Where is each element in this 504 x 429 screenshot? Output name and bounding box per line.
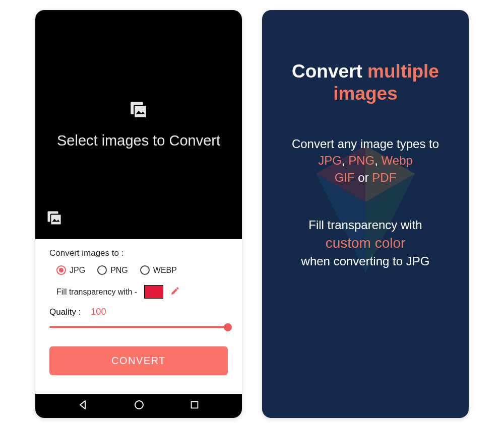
promo-tagline: Fill transparency with custom color when… [274,217,457,270]
radio-webp[interactable]: WEBP [140,265,177,275]
format-radio-group: JPG PNG WEBP [56,265,228,275]
nav-back-icon[interactable] [77,399,89,413]
quality-slider[interactable] [49,321,228,335]
promo-screen: Convert multiple images Convert any imag… [262,10,469,418]
pencil-icon[interactable] [170,286,180,298]
svg-rect-5 [191,402,198,408]
svg-point-4 [135,401,143,409]
radio-button-icon [140,265,150,275]
svg-rect-1 [134,105,147,118]
android-navbar [35,394,242,418]
radio-webp-label: WEBP [153,266,177,275]
radio-button-icon [56,265,66,275]
radio-button-icon [97,265,107,275]
image-dropzone[interactable]: Select images to Convert [35,10,242,239]
slider-thumb[interactable] [224,323,232,331]
convert-to-label: Convert images to : [49,248,228,258]
promo-headline: Convert multiple images [274,60,457,105]
nav-recent-icon[interactable] [189,399,200,412]
slider-track [49,326,228,328]
promo-formats: Convert any image types to JPG, PNG, Web… [274,135,457,186]
radio-png-label: PNG [110,266,128,275]
quality-label: Quality : [49,307,81,317]
promo-content: Convert multiple images Convert any imag… [274,60,457,270]
images-stack-icon [128,99,149,122]
radio-jpg-label: JPG [70,266,85,275]
color-swatch[interactable] [144,285,163,299]
fill-transparency-row: Fill transparency with - [56,285,228,299]
quality-value: 100 [91,307,106,317]
app-screen: Select images to Convert Convert images … [35,10,242,418]
nav-home-icon[interactable] [133,399,145,413]
convert-button[interactable]: CONVERT [49,346,228,375]
controls-panel: Convert images to : JPG PNG WEBP Fill tr… [35,239,242,394]
dropzone-text: Select images to Convert [57,131,220,151]
radio-png[interactable]: PNG [97,265,128,275]
quality-row: Quality : 100 [49,307,228,317]
images-stack-icon[interactable] [45,209,64,229]
fill-transparency-label: Fill transparency with - [56,288,137,297]
svg-rect-3 [51,214,61,225]
radio-jpg[interactable]: JPG [56,265,85,275]
